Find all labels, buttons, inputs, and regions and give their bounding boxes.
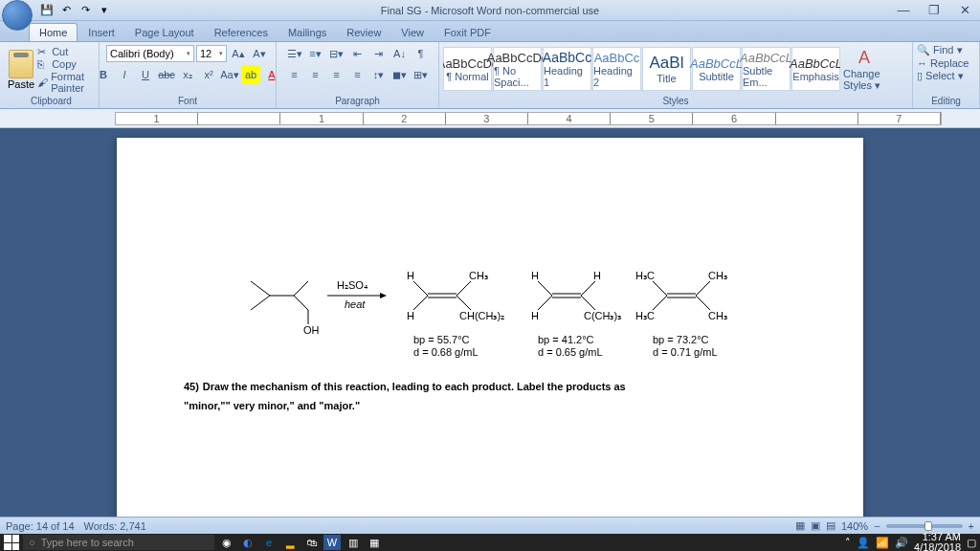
svg-line-24 — [538, 296, 552, 310]
tab-references[interactable]: References — [205, 24, 278, 41]
format-painter-button[interactable]: 🖌Format Painter — [37, 71, 95, 94]
tab-review[interactable]: Review — [337, 24, 390, 41]
font-name-combo[interactable]: Calibri (Body)▾ — [106, 45, 194, 62]
align-left-button[interactable]: ≡ — [285, 65, 304, 84]
zoom-thumb[interactable] — [924, 521, 932, 531]
system-tray: ˄ 👤 📶 🔊 1:37 AM 4/18/2018 ▢ — [845, 532, 976, 551]
taskbar-app-explorer[interactable]: ▂ — [281, 535, 299, 550]
svg-text:bp = 55.7°C: bp = 55.7°C — [413, 334, 470, 345]
taskbar-app-5[interactable]: ▥ — [345, 535, 362, 550]
style-subtle-em[interactable]: AaBbCcLSubtle Em... — [742, 47, 791, 91]
taskbar-search[interactable]: ○ Type here to search — [23, 535, 214, 550]
start-button[interactable] — [4, 535, 19, 550]
style-gallery[interactable]: AaBbCcDc¶ Normal AaBbCcDc¶ No Spaci... A… — [443, 47, 840, 93]
tray-notifications-icon[interactable]: ▢ — [967, 537, 976, 549]
word-count[interactable]: Words: 2,741 — [84, 520, 146, 532]
paste-button[interactable]: Paste — [8, 50, 34, 90]
inc-indent-button[interactable]: ⇥ — [369, 44, 389, 63]
svg-text:H₃C: H₃C — [635, 270, 655, 281]
undo-button[interactable]: ↶ — [57, 2, 75, 19]
select-button[interactable]: ▯ Select ▾ — [917, 70, 964, 82]
tray-people-icon[interactable]: 👤 — [857, 537, 870, 549]
copy-button[interactable]: ⎘Copy — [37, 58, 95, 70]
taskbar-app-edge[interactable]: e — [260, 535, 278, 550]
group-clipboard: Paste ✂Cut ⎘Copy 🖌Format Painter Clipboa… — [4, 42, 100, 108]
view-print-layout[interactable]: ▦ — [795, 519, 805, 532]
redo-button[interactable]: ↷ — [77, 2, 94, 19]
format-painter-label: Format Painter — [51, 71, 95, 94]
taskbar-app-1[interactable]: ◐ — [239, 535, 256, 550]
find-button[interactable]: 🔍 Find ▾ — [917, 44, 963, 56]
tray-up-icon[interactable]: ˄ — [845, 537, 851, 549]
question-text[interactable]: 45) Draw the mechanism of this reaction,… — [184, 377, 796, 414]
bold-button[interactable]: B — [94, 65, 113, 84]
font-size-combo[interactable]: 12▾ — [196, 45, 227, 62]
superscript-button[interactable]: x² — [199, 65, 218, 84]
zoom-in-button[interactable]: + — [969, 520, 974, 532]
taskbar-app-6[interactable]: ▦ — [366, 535, 383, 550]
highlight-button[interactable]: ab — [241, 65, 260, 84]
shading-button[interactable]: ◼▾ — [390, 65, 410, 84]
tab-page-layout[interactable]: Page Layout — [125, 24, 204, 41]
style-subtitle[interactable]: AaBbCcLSubtitle — [692, 47, 741, 91]
qat-more[interactable]: ▾ — [96, 2, 113, 19]
horizontal-ruler[interactable]: 1 1 2 3 4 5 6 7 — [115, 112, 942, 125]
window-title: Final SG - Microsoft Word non-commercial… — [381, 5, 599, 16]
sort-button[interactable]: A↓ — [390, 44, 410, 63]
tab-foxit-pdf[interactable]: Foxit PDF — [434, 24, 501, 41]
grow-font-button[interactable]: A▴ — [229, 44, 248, 63]
numbering-button[interactable]: ≡▾ — [306, 44, 325, 63]
document-area[interactable]: OH H₂SO₄ heat H CH₃ H CH(CH₃)₂ bp = 55.7… — [0, 128, 980, 517]
tray-clock[interactable]: 1:37 AM 4/18/2018 — [914, 532, 961, 551]
svg-text:H: H — [531, 310, 539, 321]
cortana-icon[interactable]: ◉ — [218, 535, 235, 550]
tab-insert[interactable]: Insert — [78, 24, 124, 41]
clock-date: 4/18/2018 — [914, 542, 961, 551]
multilevel-button[interactable]: ⊟▾ — [327, 44, 346, 63]
zoom-out-button[interactable]: − — [874, 520, 880, 532]
borders-button[interactable]: ⊞▾ — [412, 65, 431, 84]
align-right-button[interactable]: ≡ — [327, 65, 346, 84]
strike-button[interactable]: abc — [157, 65, 176, 84]
cut-button[interactable]: ✂Cut — [37, 46, 95, 57]
svg-line-39 — [696, 281, 710, 296]
change-styles-button[interactable]: A Change Styles ▾ — [843, 48, 885, 92]
subscript-button[interactable]: x₂ — [178, 65, 197, 84]
maximize-button[interactable]: ❐ — [923, 3, 946, 17]
close-button[interactable]: ✕ — [953, 3, 976, 17]
style-normal[interactable]: AaBbCcDc¶ Normal — [443, 47, 492, 91]
align-center-button[interactable]: ≡ — [306, 65, 325, 84]
show-marks-button[interactable]: ¶ — [412, 44, 431, 63]
shrink-font-button[interactable]: A▾ — [250, 44, 269, 63]
tab-home[interactable]: Home — [29, 23, 78, 41]
justify-button[interactable]: ≡ — [348, 65, 368, 84]
reaction-svg: OH H₂SO₄ heat H CH₃ H CH(CH₃)₂ bp = 55.7… — [222, 253, 758, 367]
page[interactable]: OH H₂SO₄ heat H CH₃ H CH(CH₃)₂ bp = 55.7… — [117, 138, 863, 517]
bullets-button[interactable]: ☰▾ — [285, 44, 304, 63]
minimize-button[interactable]: — — [892, 3, 915, 17]
tab-mailings[interactable]: Mailings — [278, 24, 336, 41]
office-button[interactable] — [2, 0, 33, 31]
line-spacing-button[interactable]: ↕▾ — [369, 65, 389, 84]
taskbar-app-word[interactable]: W — [323, 535, 341, 550]
view-full-screen[interactable]: ▣ — [811, 519, 820, 532]
style-title[interactable]: AaBlTitle — [642, 47, 691, 91]
change-case-button[interactable]: Aa▾ — [220, 65, 239, 84]
tray-network-icon[interactable]: 📶 — [876, 537, 889, 549]
underline-button[interactable]: U — [136, 65, 155, 84]
style-no-spacing[interactable]: AaBbCcDc¶ No Spaci... — [493, 47, 542, 91]
dec-indent-button[interactable]: ⇤ — [348, 44, 368, 63]
tray-volume-icon[interactable]: 🔊 — [895, 537, 908, 549]
replace-button[interactable]: ↔ Replace — [917, 57, 969, 69]
style-emphasis[interactable]: AaBbCcLEmphasis — [791, 47, 840, 91]
style-heading1[interactable]: AaBbCcHeading 1 — [543, 47, 591, 91]
save-button[interactable]: 💾 — [38, 2, 56, 19]
tab-view[interactable]: View — [391, 24, 434, 41]
taskbar-app-store[interactable]: 🛍 — [302, 535, 320, 550]
zoom-level[interactable]: 140% — [841, 520, 868, 532]
zoom-slider[interactable] — [886, 524, 963, 528]
italic-button[interactable]: I — [115, 65, 134, 84]
style-heading2[interactable]: AaBbCcHeading 2 — [592, 47, 641, 91]
page-indicator[interactable]: Page: 14 of 14 — [6, 520, 75, 532]
view-web-layout[interactable]: ▤ — [826, 519, 835, 532]
